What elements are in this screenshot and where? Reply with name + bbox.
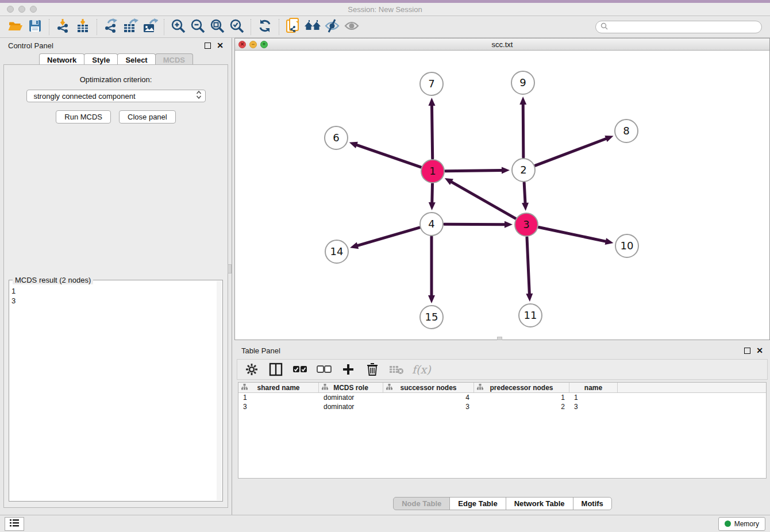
optimization-criterion-dropdown[interactable]: strongly connected component [26, 90, 206, 102]
import-network-button[interactable] [53, 18, 73, 36]
run-mcds-button[interactable]: Run MCDS [56, 110, 111, 124]
tab-motifs[interactable]: Motifs [573, 497, 612, 510]
eye-icon [344, 18, 360, 36]
new-network-file-button[interactable] [283, 18, 303, 36]
mcds-result-group: MCDS result (2 nodes) 1 3 [9, 280, 223, 502]
column-header-predecessor-nodes[interactable]: predecessor nodes [474, 383, 569, 392]
open-session-button[interactable] [6, 18, 25, 36]
export-table-icon [122, 18, 138, 36]
cell-predecessor-nodes[interactable]: 1 [474, 393, 569, 402]
export-image-button[interactable] [140, 18, 160, 36]
zoom-out-button[interactable] [188, 18, 207, 36]
edge-1-4[interactable] [432, 184, 433, 202]
show-column-icon[interactable] [267, 361, 284, 378]
network-window-titlebar[interactable]: ✕ − + scc.txt [235, 38, 769, 51]
tab-edge-table[interactable]: Edge Table [449, 497, 506, 510]
edge-1-7[interactable] [432, 106, 433, 159]
edge-2-8[interactable] [536, 138, 606, 165]
refresh-button[interactable] [255, 18, 275, 36]
zoom-in-icon [171, 18, 186, 36]
column-menu-icon[interactable] [241, 384, 248, 392]
cell-shared-name[interactable]: 1 [238, 393, 319, 402]
float-panel-icon[interactable] [205, 43, 211, 49]
edge-3-10[interactable] [539, 228, 606, 242]
edge-arrowhead [429, 202, 436, 210]
zoom-selected-icon [229, 18, 244, 36]
table-row[interactable]: 3dominator323 [238, 402, 766, 411]
import-table-button[interactable] [73, 18, 93, 36]
table-row[interactable]: 1dominator411 [238, 393, 766, 402]
search-field[interactable] [595, 21, 762, 33]
edge-4-3[interactable] [444, 224, 505, 225]
edge-1-2[interactable] [445, 170, 502, 171]
home-button[interactable] [303, 18, 322, 36]
cell-successor-nodes[interactable]: 3 [383, 402, 474, 411]
show-graphics-details-button[interactable] [342, 18, 361, 36]
edge-2-3[interactable] [524, 183, 525, 203]
export-image-icon [142, 18, 158, 36]
mcds-tab-content: Optimization criterion: strongly connect… [3, 64, 228, 508]
column-header-name[interactable]: name [569, 383, 618, 392]
search-input[interactable] [611, 23, 757, 31]
settings-gear-icon[interactable] [243, 361, 260, 378]
edge-3-1[interactable] [452, 182, 515, 218]
toolbar-separator [279, 19, 279, 35]
node-table: shared nameMCDS rolesuccessor nodesprede… [238, 382, 767, 479]
import-table-icon [75, 18, 90, 36]
tab-node-table[interactable]: Node Table [393, 497, 450, 510]
select-all-checkboxes-icon[interactable] [291, 361, 309, 378]
edge-1-6[interactable] [357, 145, 421, 167]
tab-network-table[interactable]: Network Table [506, 497, 573, 510]
table-panel-tabs: Node TableEdge TableNetwork TableMotifs [234, 497, 770, 510]
cell-MCDS-role[interactable]: dominator [319, 393, 383, 402]
table-panel: Table Panel ✕ [234, 343, 770, 515]
control-panel-title: Control Panel [8, 41, 53, 50]
zoom-fit-button[interactable] [207, 18, 227, 36]
column-header-successor-nodes[interactable]: successor nodes [383, 383, 474, 392]
edge-3-11[interactable] [527, 237, 529, 294]
edge-4-14[interactable] [357, 228, 419, 245]
save-session-button[interactable] [25, 18, 45, 36]
vertical-divider-handle[interactable] [228, 264, 232, 273]
float-table-panel-icon[interactable] [744, 348, 750, 354]
horizontal-divider-handle[interactable] [497, 337, 502, 340]
add-row-icon[interactable] [340, 361, 357, 378]
zoom-in-button[interactable] [168, 18, 188, 36]
edge-arrowhead [522, 203, 529, 211]
column-menu-icon[interactable] [477, 384, 483, 392]
close-panel-icon[interactable]: ✕ [217, 43, 224, 49]
close-panel-button[interactable]: Close panel [119, 110, 176, 124]
delete-table-icon[interactable] [388, 361, 405, 378]
network-canvas[interactable]: 7968124314101511 [235, 51, 769, 340]
function-builder-icon[interactable]: f(x) [412, 363, 431, 376]
table-body: 1dominator4113dominator323 [238, 393, 766, 411]
column-header-MCDS-role[interactable]: MCDS role [319, 383, 383, 392]
export-table-button[interactable] [121, 18, 140, 36]
delete-row-trash-icon[interactable] [364, 361, 381, 378]
cell-shared-name[interactable]: 3 [238, 402, 319, 411]
zoom-selected-button[interactable] [227, 18, 247, 36]
export-network-button[interactable] [101, 18, 121, 36]
cell-predecessor-nodes[interactable]: 2 [474, 402, 569, 411]
column-header-shared-name[interactable]: shared name [238, 383, 319, 392]
memory-button[interactable]: Memory [718, 517, 765, 531]
node-label-3: 3 [523, 218, 529, 230]
task-history-button[interactable] [5, 517, 24, 531]
main-toolbar [0, 16, 770, 38]
mcds-result-textarea[interactable]: 1 3 [11, 286, 217, 500]
deselect-all-checkboxes-icon[interactable] [315, 361, 333, 378]
edge-2-9[interactable] [523, 105, 523, 157]
edge-arrowhead [519, 97, 526, 105]
result-scrollbar[interactable] [217, 281, 222, 500]
cell-MCDS-role[interactable]: dominator [319, 402, 383, 411]
column-menu-icon[interactable] [322, 384, 328, 392]
cell-name[interactable]: 3 [569, 402, 618, 411]
memory-status-dot [725, 521, 731, 527]
close-table-panel-icon[interactable]: ✕ [756, 348, 763, 354]
hide-graphics-details-button[interactable] [322, 18, 342, 36]
cell-name[interactable]: 1 [569, 393, 618, 402]
column-header-label: successor nodes [400, 384, 456, 392]
network-graph[interactable]: 7968124314101511 [235, 51, 769, 340]
cell-successor-nodes[interactable]: 4 [383, 393, 474, 402]
column-menu-icon[interactable] [386, 384, 392, 392]
